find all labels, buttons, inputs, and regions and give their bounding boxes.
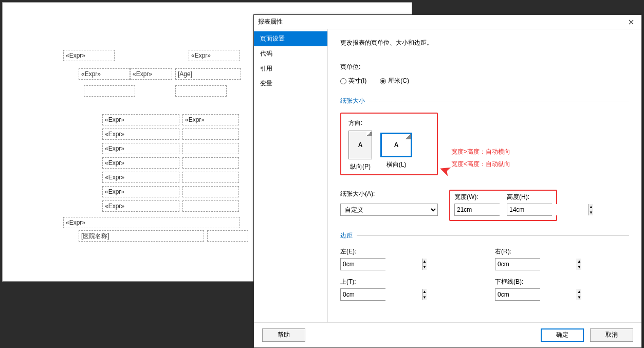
landscape-caption: 横向(L) <box>380 160 412 169</box>
cancel-button[interactable]: 取消 <box>590 328 633 342</box>
height-label: 高度(H): <box>507 193 552 202</box>
radio-label: 厘米(C) <box>388 77 409 85</box>
orientation-landscape-button[interactable]: A <box>380 133 412 157</box>
report-field[interactable]: «Expr» <box>102 172 179 183</box>
sidebar-item-references[interactable]: 引用 <box>254 61 327 76</box>
page-unit-radios: 英寸(I) 厘米(C) <box>340 77 629 85</box>
margin-right-spinner[interactable]: ▲▼ <box>495 258 540 270</box>
dialog-footer: 帮助 确定 取消 <box>254 322 641 347</box>
height-spinner[interactable]: ▲▼ <box>507 204 552 216</box>
margin-bottom-input[interactable] <box>495 289 577 300</box>
spin-down-icon[interactable]: ▼ <box>577 264 581 270</box>
report-field[interactable] <box>207 230 248 242</box>
report-field[interactable]: «Expr» <box>102 129 179 140</box>
report-field[interactable] <box>182 143 239 154</box>
sidebar-item-page-setup[interactable]: 页面设置 <box>254 31 327 46</box>
page-unit-label: 页单位: <box>340 63 629 71</box>
group-title: 边距 <box>340 231 353 240</box>
spin-up-icon[interactable]: ▲ <box>422 259 427 264</box>
page-portrait-icon: A <box>358 141 363 149</box>
width-spinner[interactable]: ▲▼ <box>454 204 500 216</box>
report-field[interactable]: «Expr» <box>102 186 179 197</box>
orientation-portrait-button[interactable]: A <box>348 131 372 159</box>
height-input[interactable] <box>507 204 588 215</box>
dialog-titlebar: 报表属性 <box>254 15 641 29</box>
radio-icon <box>380 78 386 84</box>
width-height-group: 宽度(W): ▲▼ 高度(H): ▲▼ <box>449 190 557 221</box>
report-field[interactable]: «Expr» <box>102 114 179 125</box>
close-icon <box>629 20 634 25</box>
spin-up-icon[interactable]: ▲ <box>577 259 581 264</box>
orientation-group: 方向: A 纵向(P) A 横向(L) <box>340 113 438 175</box>
portrait-caption: 纵向(P) <box>348 162 372 171</box>
dialog-title: 报表属性 <box>258 17 625 26</box>
width-label: 宽度(W): <box>454 193 500 202</box>
report-field[interactable] <box>175 85 227 97</box>
paper-size-label: 纸张大小(A): <box>340 190 438 198</box>
annotation-text: 宽度>高度：自动横向 宽度<高度：自动纵向 <box>451 145 510 170</box>
report-field[interactable]: [医院名称] <box>79 230 204 242</box>
spin-up-icon[interactable]: ▲ <box>589 204 593 210</box>
sidebar-item-label: 引用 <box>260 65 272 72</box>
spin-down-icon[interactable]: ▼ <box>589 210 593 215</box>
ok-button[interactable]: 确定 <box>541 328 584 342</box>
margin-left-label: 左(E): <box>340 247 474 256</box>
spin-down-icon[interactable]: ▼ <box>422 264 427 270</box>
report-field[interactable]: «Expr» <box>182 114 239 125</box>
sidebar-item-code[interactable]: 代码 <box>254 46 327 61</box>
spin-down-icon[interactable]: ▼ <box>577 295 581 300</box>
radio-cm[interactable]: 厘米(C) <box>380 77 409 85</box>
annotation-arrow-icon: ➤ <box>436 160 453 180</box>
margin-right-label: 右(R): <box>495 247 629 256</box>
report-field[interactable]: «Expr» <box>189 50 240 61</box>
margin-group-header: 边距 <box>340 231 629 240</box>
report-field[interactable]: «Expr» <box>102 143 179 154</box>
report-field[interactable]: «Expr» <box>79 68 130 80</box>
report-field[interactable] <box>182 186 239 197</box>
sidebar-item-label: 页面设置 <box>260 35 285 42</box>
report-field[interactable]: «Expr» <box>102 200 179 212</box>
annotation-line: 宽度<高度：自动纵向 <box>451 158 510 170</box>
margin-bottom-spinner[interactable]: ▲▼ <box>495 288 540 301</box>
sidebar-item-label: 变量 <box>260 80 272 87</box>
report-field[interactable]: «Expr» <box>102 157 179 169</box>
report-field[interactable] <box>182 172 239 183</box>
margin-right-input[interactable] <box>495 259 577 270</box>
close-button[interactable] <box>625 17 637 27</box>
report-field[interactable] <box>182 200 239 212</box>
radio-icon <box>340 78 346 84</box>
dialog-sidebar: 页面设置 代码 引用 变量 <box>254 29 328 322</box>
report-properties-dialog: 报表属性 页面设置 代码 引用 变量 更改报表的页单位、大小和边距。 页单位: … <box>253 14 642 348</box>
margin-bottom-label: 下框线(B): <box>495 278 629 286</box>
margin-left-spinner[interactable]: ▲▼ <box>340 258 385 270</box>
page-landscape-icon: A <box>394 141 399 149</box>
report-field[interactable]: «Expr» <box>63 50 115 61</box>
margin-left-input[interactable] <box>341 259 422 270</box>
report-field[interactable] <box>182 129 239 140</box>
margin-grid: 左(E): ▲▼ 右(R): ▲▼ 上(T): ▲▼ 下框线(B): ▲▼ <box>340 247 629 301</box>
sidebar-item-variables[interactable]: 变量 <box>254 76 327 91</box>
spin-up-icon[interactable]: ▲ <box>577 289 581 295</box>
paper-size-group-header: 纸张大小 <box>340 97 629 105</box>
report-field[interactable] <box>84 85 135 97</box>
report-field[interactable]: «Expr» <box>130 68 172 80</box>
margin-top-label: 上(T): <box>340 278 474 286</box>
orientation-label: 方向: <box>348 119 430 127</box>
margin-top-spinner[interactable]: ▲▼ <box>340 288 385 301</box>
page-setup-panel: 更改报表的页单位、大小和边距。 页单位: 英寸(I) 厘米(C) 纸张大小 方向… <box>328 29 641 322</box>
sidebar-item-label: 代码 <box>260 50 272 57</box>
spin-down-icon[interactable]: ▼ <box>422 295 427 300</box>
annotation-line: 宽度>高度：自动横向 <box>451 145 510 158</box>
panel-description: 更改报表的页单位、大小和边距。 <box>340 39 629 47</box>
report-field[interactable]: «Expr» <box>63 217 240 228</box>
help-button[interactable]: 帮助 <box>262 328 305 342</box>
radio-label: 英寸(I) <box>348 77 366 85</box>
margin-top-input[interactable] <box>341 289 422 300</box>
spin-up-icon[interactable]: ▲ <box>422 289 427 295</box>
radio-inch[interactable]: 英寸(I) <box>340 77 366 85</box>
report-field[interactable]: [Age] <box>175 68 241 80</box>
paper-size-select[interactable]: 自定义 <box>340 204 438 216</box>
group-title: 纸张大小 <box>340 97 365 105</box>
report-field[interactable] <box>182 157 239 169</box>
